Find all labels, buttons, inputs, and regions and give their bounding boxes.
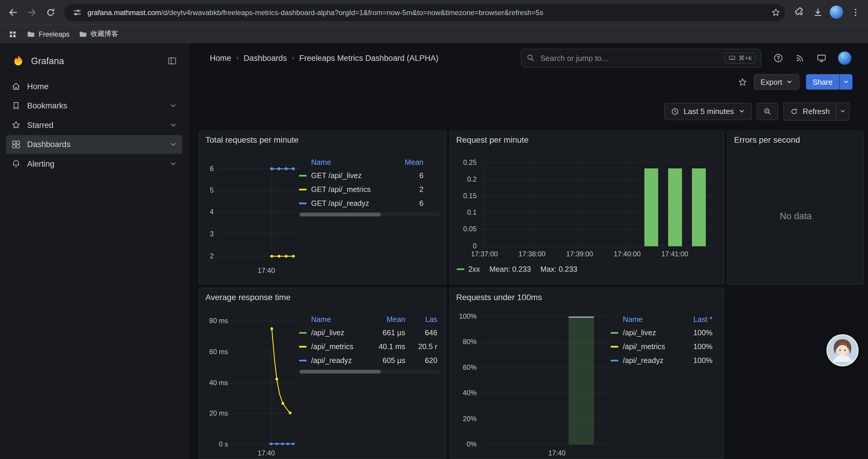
- assistant-avatar-widget[interactable]: [826, 334, 859, 366]
- search-box[interactable]: ⌘+k: [521, 48, 761, 67]
- legend-header-last[interactable]: Last *: [682, 315, 712, 323]
- axis-tick-label: 0 s: [219, 440, 228, 448]
- series-color-swatch: [299, 346, 307, 348]
- legend-series-row[interactable]: /api/_livez661 µs646: [299, 326, 437, 340]
- star-icon: [11, 120, 21, 130]
- chevron-down-icon[interactable]: [169, 140, 177, 148]
- legend-series-value: 620: [405, 357, 438, 365]
- legend-series-row[interactable]: /api/_metrics40.1 ms20.5 r: [299, 340, 437, 354]
- bell-icon: [11, 159, 21, 169]
- sidebar-item-starred[interactable]: Starred: [6, 116, 182, 135]
- sidebar-item-label: Starred: [27, 121, 54, 129]
- legend-series-row[interactable]: /api/_readyz605 µs620: [299, 354, 437, 367]
- panel-title[interactable]: Requests under 100ms: [450, 288, 723, 305]
- refresh-button[interactable]: Refresh: [784, 103, 836, 120]
- chevron-down-icon[interactable]: [169, 160, 177, 167]
- legend-series-value: 646: [405, 329, 438, 337]
- scrollbar-thumb[interactable]: [300, 370, 381, 374]
- legend-max-value: Max: 0.233: [540, 265, 577, 273]
- legend-header-name[interactable]: Name: [611, 315, 683, 323]
- breadcrumb-item[interactable]: Dashboards: [243, 54, 286, 62]
- share-split-button: Share: [806, 74, 852, 90]
- home-icon: [11, 81, 21, 91]
- axis-tick-label: 3: [210, 230, 214, 238]
- search-input[interactable]: [539, 53, 720, 63]
- reload-button[interactable]: [41, 3, 60, 22]
- panel-requests-under-100ms: Requests under 100ms 100%80%60%40%20%0%1…: [450, 288, 724, 459]
- axis-tick-label: 0.1: [467, 208, 477, 216]
- zoom-out-button[interactable]: [756, 103, 778, 120]
- sidebar-item-alerting[interactable]: Alerting: [6, 155, 182, 173]
- legend-header-row: NameMeanLas: [299, 313, 437, 326]
- panel-total-requests: Total requests per minute 6543217:40Name…: [199, 131, 446, 285]
- panel-title[interactable]: Errors per second: [728, 131, 864, 148]
- browser-menu-icon[interactable]: [846, 3, 865, 22]
- user-avatar[interactable]: [838, 51, 851, 64]
- scrollbar-thumb[interactable]: [300, 213, 381, 217]
- legend-series-row[interactable]: GET /api/_readyz6: [299, 196, 424, 210]
- legend-series-row[interactable]: GET /api/_metrics2: [299, 183, 424, 196]
- export-button[interactable]: Export: [754, 74, 800, 90]
- refresh-interval-dropdown[interactable]: [836, 103, 849, 120]
- breadcrumb-item[interactable]: Freeleaps Metrics Dashboard (ALPHA): [299, 54, 438, 62]
- time-range-label: Last 5 minutes: [684, 107, 734, 116]
- bookmark-item[interactable]: 收藏博客: [74, 28, 123, 40]
- panel-title[interactable]: Total requests per minute: [199, 131, 446, 148]
- legend-series-row[interactable]: /api/_metrics100%: [611, 340, 713, 354]
- site-settings-icon[interactable]: [70, 5, 84, 20]
- share-button[interactable]: Share: [806, 74, 839, 90]
- panel-title[interactable]: Request per minute: [450, 131, 723, 148]
- legend-header-row: NameLast *: [611, 313, 713, 326]
- legend-header-las[interactable]: Las: [405, 315, 438, 323]
- bookmark-star-icon[interactable]: [769, 5, 783, 20]
- axis-tick-label: 0: [473, 242, 476, 250]
- url-path: /d/deytv4rwavabkb/freeleaps-metrics-dash…: [161, 8, 543, 16]
- series-label: GET /api/_livez: [311, 172, 362, 180]
- legend-series-row[interactable]: 2xx: [457, 265, 480, 273]
- forward-button[interactable]: [22, 3, 41, 22]
- share-dropdown-icon[interactable]: [839, 74, 852, 90]
- help-icon[interactable]: [773, 53, 783, 63]
- panel-title[interactable]: Average response time: [199, 288, 446, 305]
- legend-header-name[interactable]: Name: [299, 315, 364, 323]
- profile-avatar[interactable]: [827, 3, 846, 22]
- grafana-logo-icon[interactable]: [11, 54, 25, 68]
- legend-header-name[interactable]: Name: [299, 158, 393, 166]
- profile-avatar-image: [830, 6, 843, 19]
- chevron-down-icon[interactable]: [169, 102, 177, 109]
- folder-icon: [27, 30, 35, 38]
- brand-row: Grafana: [6, 51, 182, 71]
- legend-scrollbar[interactable]: [300, 370, 440, 374]
- back-button[interactable]: [3, 3, 22, 22]
- dock-sidebar-icon[interactable]: [167, 56, 177, 66]
- sidebar-item-home[interactable]: Home: [6, 77, 182, 96]
- legend-series-value: 6: [392, 172, 423, 180]
- favorite-star-icon[interactable]: [738, 77, 747, 87]
- series-color-swatch: [457, 268, 464, 270]
- axis-tick-label: 100%: [459, 313, 476, 320]
- legend-header-mean[interactable]: Mean: [364, 315, 405, 323]
- bookmark-item[interactable]: Freeleaps: [22, 28, 74, 40]
- time-range-picker[interactable]: Last 5 minutes: [664, 103, 752, 120]
- axis-tick-label: 17:40: [258, 267, 275, 274]
- breadcrumb-item[interactable]: Home: [210, 54, 231, 62]
- legend-header-mean[interactable]: Mean: [392, 158, 423, 166]
- grafana-app: Grafana HomeBookmarksStarredDashboardsAl…: [0, 43, 868, 459]
- extensions-icon[interactable]: [789, 3, 808, 22]
- legend-series-row[interactable]: GET /api/_livez6: [299, 169, 424, 183]
- chevron-down-icon[interactable]: [169, 121, 177, 129]
- sidebar-item-dashboards[interactable]: Dashboards: [6, 135, 182, 154]
- legend-scrollbar[interactable]: [300, 213, 440, 217]
- sidebar-item-label: Alerting: [27, 160, 54, 168]
- address-bar[interactable]: grafana.mathmast.com/d/deytv4rwavabkb/fr…: [64, 4, 785, 21]
- axis-tick-label: 2: [210, 252, 214, 260]
- tv-kiosk-icon[interactable]: [816, 53, 827, 63]
- bookmarks-bar: Freeleaps收藏博客: [0, 24, 868, 43]
- legend-series-row[interactable]: /api/_readyz100%: [611, 354, 713, 367]
- search-shortcut-label: ⌘+k: [739, 54, 752, 62]
- sidebar-item-bookmarks[interactable]: Bookmarks: [6, 96, 182, 115]
- downloads-icon[interactable]: [808, 3, 827, 22]
- apps-grid-icon[interactable]: [6, 27, 20, 41]
- legend-series-row[interactable]: /api/_livez100%: [611, 326, 713, 340]
- news-rss-icon[interactable]: [795, 53, 805, 63]
